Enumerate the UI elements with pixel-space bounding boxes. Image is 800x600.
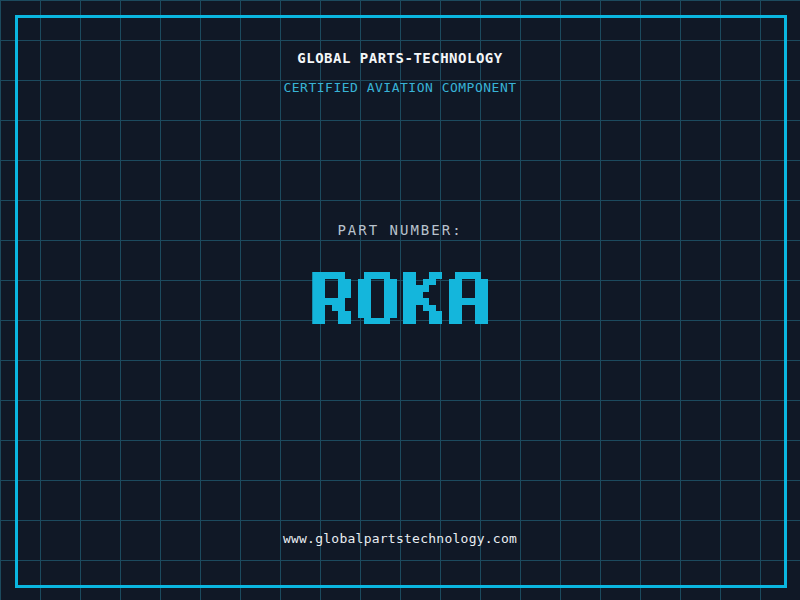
part-number-pixel-text bbox=[312, 272, 488, 324]
part-number-label: PART NUMBER: bbox=[0, 222, 800, 238]
part-label-screen: GLOBAL PARTS-TECHNOLOGY CERTIFIED AVIATI… bbox=[0, 0, 800, 600]
company-name: GLOBAL PARTS-TECHNOLOGY bbox=[0, 50, 800, 66]
certification-line: CERTIFIED AVIATION COMPONENT bbox=[0, 80, 800, 95]
website-url: www.globalpartstechnology.com bbox=[0, 531, 800, 546]
